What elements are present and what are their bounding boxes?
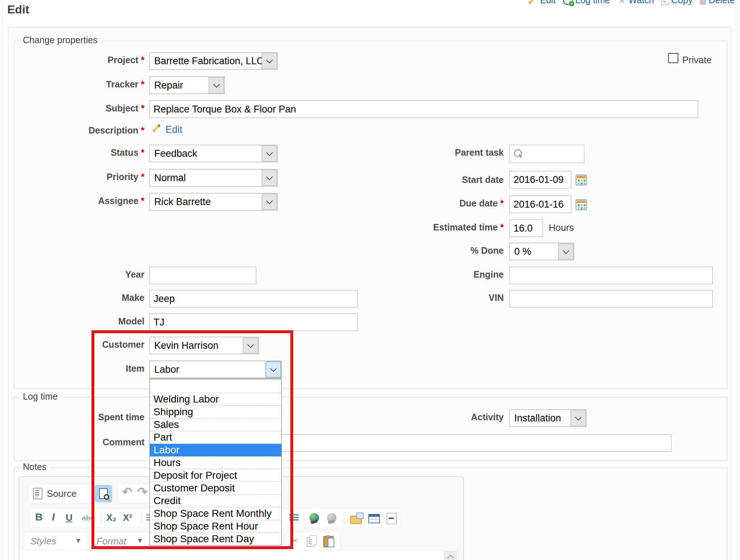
undo-icon[interactable]: ↶ xyxy=(122,485,132,499)
activity-select[interactable]: Installation xyxy=(510,409,586,427)
dropdown-option[interactable]: Part xyxy=(150,431,281,444)
preview-button[interactable] xyxy=(95,485,112,502)
chevron-down-icon[interactable] xyxy=(209,77,224,93)
calendar-icon[interactable] xyxy=(576,175,587,185)
chevron-down-icon[interactable] xyxy=(558,244,573,259)
fieldset-change-properties: Change properties xyxy=(14,41,727,389)
bold-button[interactable]: B xyxy=(35,511,42,523)
estimated-time-input[interactable] xyxy=(510,220,543,237)
copy-icon[interactable] xyxy=(307,537,315,547)
chevron-down-icon[interactable] xyxy=(262,170,277,186)
paste-icon[interactable] xyxy=(323,536,334,547)
make-input[interactable] xyxy=(150,290,358,307)
engine-input[interactable] xyxy=(510,267,713,284)
tracker-select[interactable]: Repair xyxy=(150,77,225,94)
redo-icon[interactable]: ↷ xyxy=(137,485,148,499)
toolbar-separator xyxy=(304,513,304,524)
edit-link[interactable]: Edit xyxy=(527,0,556,5)
item-select[interactable]: Labor xyxy=(150,361,282,378)
toolbar-group-source: Source xyxy=(29,484,113,503)
unlink-icon[interactable] xyxy=(327,513,336,523)
chevron-down-icon: ▼ xyxy=(75,537,82,545)
parent-task-label: Parent task xyxy=(381,147,504,158)
vin-label: VIN xyxy=(381,293,504,303)
image-icon[interactable] xyxy=(350,516,362,524)
editor-content-area[interactable] xyxy=(20,551,444,560)
dropdown-option[interactable] xyxy=(150,379,281,393)
spent-time-label: Spent time xyxy=(22,412,144,422)
chevron-down-icon[interactable] xyxy=(571,410,586,426)
fieldset-legend: Log time xyxy=(19,391,61,402)
context-toolbar: Edit Log time ★Watch Copy Delete xyxy=(527,0,735,5)
model-label: Model xyxy=(22,316,144,327)
source-icon xyxy=(33,488,42,499)
chevron-down-icon[interactable] xyxy=(262,194,277,210)
customer-select[interactable]: Kevin Harrison xyxy=(150,337,259,354)
calendar-icon[interactable] xyxy=(576,199,587,210)
page-right-border xyxy=(736,0,736,560)
description-edit-link[interactable]: Edit xyxy=(165,124,183,135)
superscript-button[interactable]: X² xyxy=(123,512,132,523)
pencil-icon xyxy=(527,0,538,5)
italic-button[interactable]: I xyxy=(52,511,55,523)
activity-label: Activity xyxy=(381,412,504,422)
start-date-label: Start date xyxy=(381,175,504,185)
subject-input[interactable] xyxy=(150,101,698,118)
private-checkbox[interactable] xyxy=(668,53,678,63)
strikethrough-button[interactable]: abc xyxy=(82,514,95,522)
format-combo[interactable]: Format ▼ xyxy=(90,532,149,550)
dropdown-option[interactable]: Labor xyxy=(150,444,281,457)
due-date-input[interactable] xyxy=(510,196,571,213)
justify-icon[interactable] xyxy=(289,514,299,522)
priority-select[interactable]: Normal xyxy=(150,169,278,187)
percent-done-select[interactable]: 0 % xyxy=(510,243,574,260)
dropdown-option[interactable]: Shop Space Rent Monthly xyxy=(150,507,281,520)
description-label: Description * xyxy=(22,125,144,136)
horizontal-rule-icon[interactable] xyxy=(387,513,397,524)
item-dropdown-list[interactable]: Welding LaborShippingSalesPartLaborHours… xyxy=(150,379,282,545)
chevron-down-icon[interactable] xyxy=(266,361,281,377)
project-select[interactable]: Barrette Fabrication, LLC xyxy=(150,52,278,70)
start-date-input[interactable] xyxy=(510,171,571,188)
due-date-label: Due date * xyxy=(381,198,504,209)
chevron-down-icon[interactable] xyxy=(243,338,258,353)
subscript-button[interactable]: X₂ xyxy=(106,512,116,523)
collapse-toolbar-icon xyxy=(447,555,454,560)
watch-link[interactable]: ★Watch xyxy=(617,0,654,5)
link-icon[interactable] xyxy=(310,513,319,523)
dropdown-option[interactable]: Sales xyxy=(150,418,281,431)
table-icon[interactable] xyxy=(368,514,380,523)
fieldset-legend: Notes xyxy=(19,462,50,472)
dropdown-option[interactable]: Deposit for Project xyxy=(150,469,281,482)
private-label: Private xyxy=(682,54,712,66)
status-select[interactable]: Feedback xyxy=(150,145,278,162)
chevron-down-icon[interactable] xyxy=(262,146,277,162)
dropdown-option[interactable]: Customer Deposit xyxy=(150,482,281,495)
underline-button[interactable]: U xyxy=(66,512,73,523)
dropdown-option[interactable]: Shop Space Rent Hour xyxy=(150,520,281,533)
dropdown-option[interactable]: Welding Labor xyxy=(150,393,281,406)
year-input[interactable] xyxy=(150,267,256,284)
dropdown-option[interactable]: Credit xyxy=(150,495,281,507)
customer-label: Customer xyxy=(22,339,144,350)
source-button[interactable]: Source xyxy=(47,488,77,499)
estimated-time-label: Estimated time * xyxy=(381,222,504,233)
model-input[interactable] xyxy=(150,314,358,331)
toolbar-collapse-button[interactable] xyxy=(444,551,457,560)
copy-link[interactable]: Copy xyxy=(661,0,692,5)
assignee-select[interactable]: Rick Barrette xyxy=(150,193,278,210)
assignee-label: Assignee * xyxy=(22,196,144,206)
copy-icon xyxy=(661,0,669,5)
dropdown-option[interactable]: Hours xyxy=(150,457,281,469)
delete-link[interactable]: Delete xyxy=(700,0,735,5)
vin-input[interactable] xyxy=(510,290,713,307)
chevron-down-icon[interactable] xyxy=(262,53,277,69)
preview-icon xyxy=(99,488,108,499)
status-label: Status * xyxy=(22,147,144,158)
dropdown-option[interactable]: Shop Space Rent Day xyxy=(150,533,281,545)
log-time-link[interactable]: Log time xyxy=(563,0,610,5)
comment-label: Comment xyxy=(22,437,144,447)
cut-icon[interactable]: ✂ xyxy=(290,535,298,547)
dropdown-option[interactable]: Shipping xyxy=(150,406,281,418)
styles-combo[interactable]: Styles ▼ xyxy=(24,532,87,550)
